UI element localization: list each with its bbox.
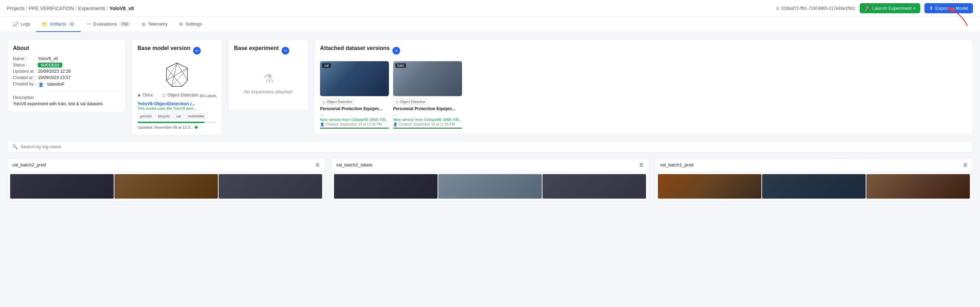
model-progress-bar [137, 122, 216, 123]
tab-settings[interactable]: ⚙ Settings [173, 17, 207, 32]
about-description-section: Description : YoloV8 experiment with tra… [13, 91, 120, 106]
base-experiment-card: Base experiment ✏ ⚗ No experiment attach… [228, 39, 309, 111]
artifact-title-1: val_batch2_labels [336, 162, 372, 167]
launch-label: Launch Experiment [872, 6, 912, 11]
dataset-val-ellipsis[interactable]: ··· [320, 112, 324, 118]
dataset-train-progress [393, 127, 462, 129]
search-icon: 🔍 [12, 144, 18, 149]
delete-artifact-2[interactable]: 🗑 [963, 162, 968, 167]
model-tags: person bicycle car motorbike [137, 113, 216, 119]
dataset-train-type: ◻ Object Detection [393, 99, 428, 105]
add-dataset-icon[interactable]: + [393, 47, 400, 54]
user-icon-val: 👤 [320, 122, 324, 126]
dataset-val-version: New version from 018aae98-3968-7d5... [320, 118, 389, 122]
dataset-header: Attached dataset versions + [320, 45, 967, 56]
artifacts-badge: 4 [68, 22, 75, 27]
evaluations-badge: 750 [119, 22, 130, 27]
main-content: About Name : YoloV8_v0 Status : SUCCESS … [0, 32, 980, 209]
tab-artifacts[interactable]: 📁 Artifacts 4 [36, 17, 81, 32]
tab-logs[interactable]: 📈 Logs [7, 17, 36, 32]
artifact-header-0: val_batch2_pred 🗑 [7, 158, 325, 171]
dataset-item-train: train ◻ Object Detection Personnal Prote… [393, 61, 462, 129]
dataset-image-train: train [393, 61, 462, 96]
artifact-img-1-1 [438, 174, 542, 199]
model-name[interactable]: YoloV8-ObjectDetection /... [137, 101, 216, 106]
svg-line-7 [172, 68, 188, 86]
delete-artifact-0[interactable]: 🗑 [315, 162, 320, 167]
dataset-versions-card: Attached dataset versions + val ◻ Object… [314, 39, 973, 135]
artifact-images-1 [331, 171, 649, 201]
grid-icon: ⊞ [142, 21, 146, 27]
tag-motorbike: motorbike [185, 113, 207, 119]
about-card: About Name : YoloV8_v0 Status : SUCCESS … [7, 39, 126, 112]
model-info-row: ◈ Onnx ◻ Object Detection 80 Labels [137, 93, 216, 99]
search-bar: 🔍 [7, 141, 973, 153]
wave-icon: 〰 [86, 21, 91, 27]
model-updated: Updated: November 09 at 12:3... [137, 125, 216, 129]
artifact-img-0-1 [115, 174, 218, 199]
dataset-train-created: 👤 Created: September 19 at 11:55 PM [393, 122, 462, 126]
about-details: Name : YoloV8_v0 Status : SUCCESS Update… [13, 56, 120, 88]
top-right-actions: ⧉ 018aaf72-ffb1-716f-8865-217e93e1f92c 🚀… [776, 3, 973, 13]
artifact-title-0: val_batch2_pred [12, 162, 46, 167]
artifact-card-2: val_batch1_pred 🗑 [655, 158, 973, 202]
status-badge: SUCCESS [38, 63, 62, 67]
edit-experiment-icon[interactable]: ✏ [282, 47, 289, 54]
tab-artifacts-label: Artifacts [50, 21, 66, 27]
copy-icon[interactable]: ⧉ [776, 6, 779, 11]
search-input[interactable] [21, 144, 968, 149]
desc-label: Description : [13, 95, 120, 100]
tab-telemetry[interactable]: ⊞ Telemetry [136, 17, 173, 32]
export-model-button[interactable]: ⬆ Export as Model [924, 3, 973, 13]
tag-person: person [137, 113, 154, 119]
artifact-images-2 [655, 171, 973, 201]
dataset-image-val: val [320, 61, 389, 96]
polygon-icon [163, 61, 191, 89]
artifact-images-0 [7, 171, 325, 201]
updated-value: 20/09/2023 12:28 [38, 69, 120, 74]
avatar: 👤 [38, 81, 44, 88]
flask-icon: ⚗ [262, 72, 274, 86]
dataset-train-ellipsis[interactable]: ··· [393, 112, 397, 118]
artifact-header-2: val_batch1_pred 🗑 [655, 158, 973, 171]
edit-base-model-icon[interactable]: ✏ [193, 47, 201, 54]
dataset-train-badge: train [395, 63, 406, 68]
breadcrumb-ppe[interactable]: PPE VERIFICATION [29, 6, 74, 11]
export-label: Export as Model [935, 6, 968, 11]
breadcrumb-projects[interactable]: Projects [7, 6, 25, 11]
artifact-img-2-0 [658, 174, 761, 199]
artifact-img-0-0 [10, 174, 114, 199]
detection-small-icon: ◻ [323, 100, 325, 104]
dataset-val-progress [320, 127, 389, 129]
artifact-img-2-1 [762, 174, 865, 199]
dataset-val-name: Personnal Protection Equipm... [320, 106, 389, 111]
rocket-icon: 🚀 [865, 6, 870, 11]
dataset-val-type: ◻ Object Detection [320, 99, 355, 105]
tag-bicycle: bicycle [156, 113, 172, 119]
name-label: Name : [13, 56, 38, 61]
breadcrumb-experiments[interactable]: Experiments [78, 6, 105, 11]
base-experiment-title: Base experiment [234, 45, 279, 51]
chart-icon: 📈 [13, 21, 19, 27]
folder-icon: 📁 [41, 21, 48, 27]
tab-telemetry-label: Telemetry [148, 21, 167, 27]
delete-artifact-1[interactable]: 🗑 [639, 162, 644, 167]
tab-bar: 📈 Logs 📁 Artifacts 4 〰 Evaluations 750 ⊞… [0, 17, 980, 32]
base-experiment-header: Base experiment ✏ [234, 45, 302, 56]
tab-evaluations-label: Evaluations [93, 21, 117, 27]
base-model-title: Base model version [137, 45, 190, 51]
artifact-card-1: val_batch2_labels 🗑 [331, 158, 649, 202]
artifacts-row: val_batch2_pred 🗑 val_batch2_labels 🗑 [7, 158, 973, 202]
model-progress-fill [137, 122, 205, 123]
svg-marker-1 [167, 63, 188, 86]
created-label: Created at : [13, 75, 38, 80]
export-icon: ⬆ [929, 6, 933, 11]
artifact-title-2: val_batch1_pred [660, 162, 694, 167]
launch-experiment-button[interactable]: 🚀 Launch Experiment ▾ [860, 3, 920, 13]
base-model-header: Base model version ✏ [137, 45, 216, 56]
artifact-img-2-2 [866, 174, 970, 199]
tab-evaluations[interactable]: 〰 Evaluations 750 [81, 17, 136, 32]
labels-count: 80 Labels [200, 94, 216, 98]
run-id-display: ⧉ 018aaf72-ffb1-716f-8865-217e93e1f92c [776, 6, 856, 11]
info-cards-row: About Name : YoloV8_v0 Status : SUCCESS … [7, 39, 973, 135]
